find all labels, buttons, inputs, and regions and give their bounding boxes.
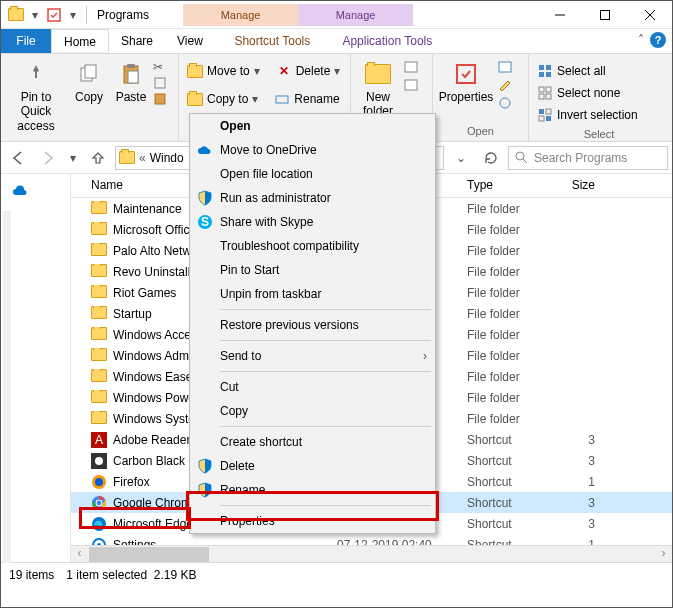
contextual-tab-application[interactable]: Manage (298, 4, 413, 26)
cut-icon[interactable]: ✂ (153, 60, 167, 74)
context-menu-item[interactable]: Restore previous versions (190, 313, 435, 337)
copy-to-button[interactable]: Copy to▾ (183, 88, 262, 110)
shield-icon (196, 481, 214, 499)
list-item[interactable]: Settings07-12-2019 02:40Shortcut1 (71, 534, 672, 545)
context-menu-item[interactable]: Pin to Start (190, 258, 435, 282)
tab-shortcut-tools[interactable]: Shortcut Tools (215, 29, 330, 53)
context-menu-item[interactable]: Open file location (190, 162, 435, 186)
context-menu-item[interactable]: Delete (190, 454, 435, 478)
file-name: Settings (113, 538, 156, 546)
folder-icon (91, 369, 107, 385)
svg-rect-20 (539, 72, 544, 77)
edit-icon[interactable] (497, 78, 513, 92)
tab-application-tools[interactable]: Application Tools (330, 29, 445, 53)
context-menu-item[interactable]: Move to OneDrive (190, 138, 435, 162)
svg-rect-8 (127, 64, 135, 68)
qat-dropdown[interactable]: ▾ (30, 4, 40, 26)
refresh-button[interactable] (478, 145, 504, 171)
folder-icon (91, 243, 107, 259)
context-menu-item[interactable]: Unpin from taskbar (190, 282, 435, 306)
file-name: Revo Uninstalle (113, 265, 197, 279)
chrome-icon (91, 495, 107, 511)
maximize-button[interactable] (582, 1, 627, 29)
minimize-button[interactable] (537, 1, 582, 29)
properties-button[interactable]: Properties (437, 56, 495, 108)
contextual-tab-shortcut[interactable]: Manage (183, 4, 298, 26)
shield-icon (196, 189, 214, 207)
context-menu-label: Share with Skype (220, 215, 313, 229)
breadcrumb-item[interactable]: Windo (150, 151, 184, 165)
folder-icon (91, 222, 107, 238)
file-type: Shortcut (461, 517, 551, 531)
context-menu-item[interactable]: Copy (190, 399, 435, 423)
horizontal-scrollbar[interactable]: ‹ › (71, 545, 672, 562)
help-icon[interactable]: ? (650, 32, 666, 48)
open-icon[interactable] (497, 60, 513, 74)
delete-button[interactable]: ✕Delete▾ (272, 60, 345, 82)
nav-recent-button[interactable]: ▾ (65, 145, 81, 171)
navigation-pane[interactable] (1, 174, 71, 562)
tab-file[interactable]: File (1, 29, 51, 53)
context-menu-item[interactable]: Create shortcut (190, 430, 435, 454)
context-menu-item[interactable]: Run as administrator (190, 186, 435, 210)
properties-qat-icon[interactable] (43, 4, 65, 26)
context-menu-item[interactable]: Open (190, 114, 435, 138)
svg-rect-6 (85, 65, 96, 78)
svg-line-31 (523, 159, 527, 163)
context-menu-label: Properties (220, 514, 275, 528)
copy-button[interactable]: Copy (69, 56, 109, 108)
nav-item-onedrive[interactable] (3, 180, 68, 202)
svg-rect-26 (539, 109, 544, 114)
invert-selection-button[interactable]: Invert selection (533, 104, 642, 126)
move-to-button[interactable]: Move to▾ (183, 60, 264, 82)
tab-share[interactable]: Share (109, 29, 165, 53)
file-type: Shortcut (461, 475, 551, 489)
column-size[interactable]: Size (551, 174, 601, 197)
tab-home[interactable]: Home (51, 29, 109, 53)
ribbon-tabs: File Home Share View Shortcut Tools Appl… (1, 29, 672, 54)
group-select: Select (533, 126, 665, 142)
skype-icon: S (196, 213, 214, 231)
file-name: Google Chrome (113, 496, 198, 510)
paste-button[interactable]: Paste (111, 56, 151, 108)
status-item-count: 19 items (9, 568, 54, 582)
carbon-icon (91, 453, 107, 469)
context-menu-item[interactable]: Troubleshoot compatibility (190, 234, 435, 258)
column-type[interactable]: Type (461, 174, 551, 197)
context-menu-item[interactable]: Cut (190, 375, 435, 399)
file-name: Windows Syster (113, 412, 199, 426)
quick-access-toolbar: ▾ ▾ (1, 4, 82, 26)
paste-shortcut-icon[interactable] (153, 92, 167, 106)
close-button[interactable] (627, 1, 672, 29)
select-none-button[interactable]: Select none (533, 82, 624, 104)
easy-access-icon[interactable] (403, 78, 419, 92)
search-input[interactable]: Search Programs (508, 146, 668, 170)
context-menu-item[interactable]: Rename (190, 478, 435, 502)
settings-icon (91, 537, 107, 546)
rename-button[interactable]: Rename (270, 88, 343, 110)
context-menu-label: Cut (220, 380, 239, 394)
context-menu-item[interactable]: SShare with Skype (190, 210, 435, 234)
tab-view[interactable]: View (165, 29, 215, 53)
context-menu-item[interactable]: Send to› (190, 344, 435, 368)
new-item-icon[interactable] (403, 60, 419, 74)
select-all-button[interactable]: Select all (533, 60, 610, 82)
folder-icon (91, 348, 107, 364)
copy-path-icon[interactable] (153, 76, 167, 90)
qat-dropdown-2[interactable]: ▾ (68, 4, 78, 26)
addr-dropdown-button[interactable]: ⌄ (448, 145, 474, 171)
file-type: File folder (461, 265, 551, 279)
nav-up-button[interactable] (85, 145, 111, 171)
ribbon-collapse-icon[interactable]: ˄ (638, 33, 644, 47)
nav-forward-button[interactable] (35, 145, 61, 171)
scrollbar-thumb[interactable] (89, 547, 209, 562)
file-name: Microsoft Office (113, 223, 196, 237)
file-name: Windows Power (113, 391, 199, 405)
rename-icon (274, 91, 290, 107)
history-icon[interactable] (497, 96, 513, 110)
nav-back-button[interactable] (5, 145, 31, 171)
context-menu-item[interactable]: Properties (190, 509, 435, 533)
pin-to-quick-access-button[interactable]: Pin to Quick access (5, 56, 67, 137)
status-selected: 1 item selected 2.19 KB (66, 568, 196, 582)
svg-rect-13 (405, 62, 417, 72)
